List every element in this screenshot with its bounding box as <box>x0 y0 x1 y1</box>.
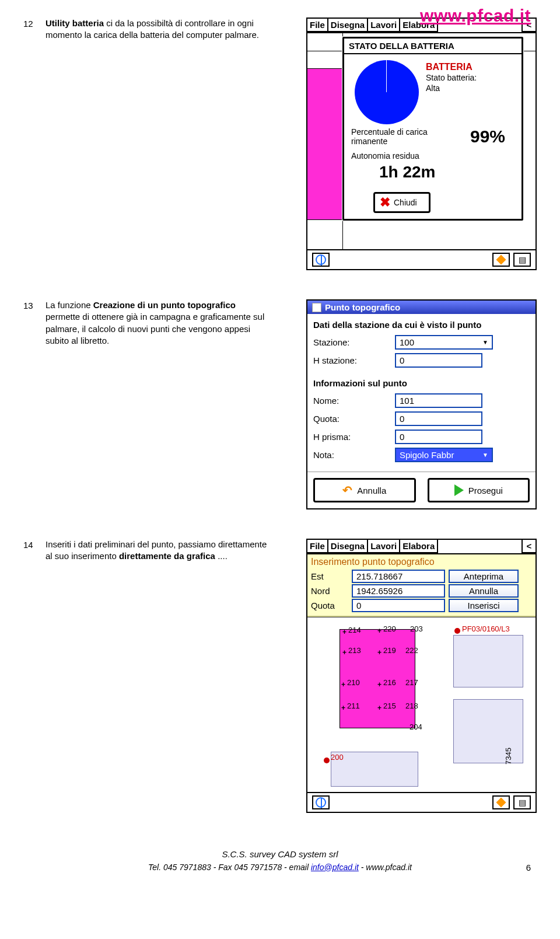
battery-state-value: Alta <box>426 83 477 94</box>
annulla-label: Annulla <box>357 486 386 495</box>
section-point: Informazioni sul punto <box>313 378 530 389</box>
inserisci-button[interactable]: Inserisci <box>449 599 519 612</box>
row-12: 12 Utility batteria ci da la possibiltà … <box>23 18 537 270</box>
menu-lavori[interactable]: Lavori <box>368 19 400 32</box>
close-icon: ✖ <box>380 196 390 209</box>
nota-label: Nota: <box>313 450 395 460</box>
stazione-value: 100 <box>400 337 414 347</box>
nota-select[interactable]: Spigolo Fabbr ▼ <box>395 448 493 462</box>
menubar: File Disegna Lavori Elabora < <box>307 540 536 554</box>
nome-label: Nome: <box>313 396 395 406</box>
bold-term: Creazione di un punto topografico <box>93 300 236 310</box>
window-icon <box>312 303 321 312</box>
screenshot-battery: File Disegna Lavori Elabora < STATO DELL… <box>306 18 537 270</box>
pf-marker-icon <box>454 628 460 634</box>
screenshot-form: Punto topografico Dati della stazione da… <box>306 299 537 509</box>
page-number: 6 <box>526 863 531 872</box>
tool-nav-icon[interactable] <box>312 253 330 267</box>
row-number: 13 <box>23 299 46 310</box>
battery-dialog: STATO DELLA BATTERIA BATTERIA Stato batt… <box>342 37 523 221</box>
est-label: Est <box>311 571 348 581</box>
bold-term: direttamente da grafica <box>119 551 215 561</box>
tool-diamond-icon[interactable] <box>492 253 510 267</box>
insert-panel: Inserimento punto topografico Est 215.71… <box>307 554 536 617</box>
menu-file[interactable]: File <box>307 540 328 553</box>
tool-cylinder-icon[interactable]: ▤ <box>513 795 531 809</box>
battery-state-label: Stato batteria: <box>426 73 477 83</box>
footer-site: www.pfcad.it <box>366 863 412 872</box>
footer-contact: Tel. 045 7971883 - Fax 045 7971578 - ema… <box>148 863 311 872</box>
row-text: Inseriti i dati preliminari del punto, p… <box>46 539 279 563</box>
page-footer: S.C.S. survey CAD system srl Tel. 045 79… <box>23 848 537 874</box>
map-canvas: STATO DELLA BATTERIA BATTERIA Stato batt… <box>307 33 536 249</box>
tool-cylinder-icon[interactable]: ▤ <box>513 253 531 267</box>
row-number: 14 <box>23 539 46 550</box>
row-text: Utility batteria ci da la possibiltà di … <box>46 18 279 41</box>
quota-input[interactable]: 0 <box>395 411 482 426</box>
battery-pct-value: 99% <box>470 127 514 146</box>
close-button[interactable]: ✖ Chiudi <box>373 192 430 213</box>
menu-file[interactable]: File <box>307 19 328 32</box>
nord-input[interactable]: 1942.65926 <box>352 584 445 598</box>
footer-email-link[interactable]: info@pfcad.it <box>311 863 359 872</box>
footer-sep: - <box>359 863 366 872</box>
chevron-down-icon: ▼ <box>482 339 488 345</box>
row-14: 14 Inseriti i dati preliminari del punto… <box>23 539 537 813</box>
menu-elabora[interactable]: Elabora <box>400 540 438 553</box>
annulla-button[interactable]: Annulla <box>449 584 519 598</box>
bold-term: Utility batteria <box>46 18 104 28</box>
prosegui-label: Prosegui <box>468 486 503 495</box>
tool-nav-icon[interactable] <box>312 795 330 809</box>
prosegui-button[interactable]: Prosegui <box>428 478 530 502</box>
header-url[interactable]: www.pfcad.it <box>420 6 531 26</box>
form-titlebar: Punto topografico <box>307 301 536 314</box>
annulla-button[interactable]: ↶ Annulla <box>313 478 416 502</box>
quota-input[interactable]: 0 <box>352 599 445 612</box>
text-rest: permette di ottenere già in campagna e g… <box>46 312 264 345</box>
arrow-right-icon <box>454 484 464 496</box>
quota-label: Quota: <box>313 414 395 424</box>
nome-input[interactable]: 101 <box>395 393 482 408</box>
row-text: La funzione Creazione di un punto topogr… <box>46 299 279 347</box>
pf-label: PF03/0160/L3 <box>462 624 510 633</box>
quota-label: Quota <box>311 601 348 610</box>
row-13: 13 La funzione Creazione di un punto top… <box>23 299 537 509</box>
close-label: Chiudi <box>394 198 417 207</box>
bottom-toolbar: ▤ <box>307 249 536 269</box>
bottom-toolbar: ▤ <box>307 792 536 812</box>
screenshot-insert: File Disegna Lavori Elabora < Inseriment… <box>306 539 537 813</box>
footer-company: S.C.S. survey CAD system srl <box>23 848 537 861</box>
battery-heading: BATTERIA <box>426 61 477 73</box>
est-input[interactable]: 215.718667 <box>352 570 445 583</box>
menu-lavori[interactable]: Lavori <box>368 540 400 553</box>
anteprima-button[interactable]: Anteprima <box>449 570 519 583</box>
hprisma-input[interactable]: 0 <box>395 430 482 444</box>
insert-title: Inserimento punto topografico <box>311 557 532 567</box>
menu-back[interactable]: < <box>522 540 536 553</box>
marker-200-icon <box>324 758 330 763</box>
section-station: Dati della stazione da cui è visto il pu… <box>313 320 530 330</box>
map-view[interactable]: +214 +220 203 +213 +219 222 +210 +216 21… <box>307 617 536 792</box>
battery-pie-icon <box>355 60 419 124</box>
hprisma-label: H prisma: <box>313 432 395 442</box>
hstazione-input[interactable]: 0 <box>395 353 482 368</box>
hstazione-label: H stazione: <box>313 355 395 365</box>
chevron-down-icon: ▼ <box>482 452 488 458</box>
undo-icon: ↶ <box>342 483 352 497</box>
nord-label: Nord <box>311 586 348 596</box>
battery-pct-label: Percentuale di carica rimanente <box>351 127 433 146</box>
text-pre: La funzione <box>46 300 93 310</box>
battery-autonomy-label: Autonomia residua <box>344 149 522 163</box>
battery-autonomy-value: 1h 22m <box>344 163 522 187</box>
stazione-select[interactable]: 100 ▼ <box>395 335 493 350</box>
dialog-title: STATO DELLA BATTERIA <box>344 39 522 54</box>
stazione-label: Stazione: <box>313 337 395 347</box>
text-rest: .... <box>215 551 228 561</box>
menu-disegna[interactable]: Disegna <box>328 540 368 553</box>
nota-value: Spigolo Fabbr <box>400 450 454 460</box>
form-title: Punto topografico <box>325 302 400 312</box>
tool-diamond-icon[interactable] <box>492 795 510 809</box>
menu-disegna[interactable]: Disegna <box>328 19 368 32</box>
row-number: 12 <box>23 18 46 29</box>
